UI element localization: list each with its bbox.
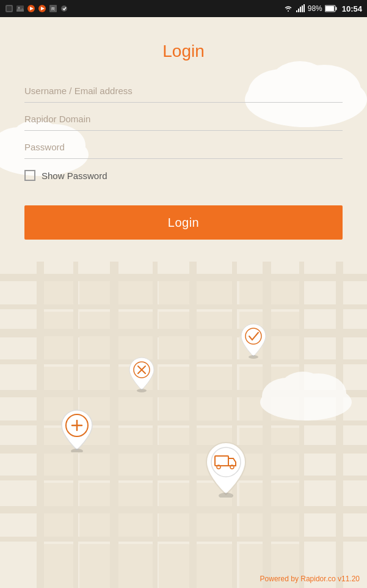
show-password-checkbox[interactable] — [24, 170, 35, 181]
svg-rect-14 — [302, 6, 303, 12]
domain-input[interactable] — [24, 108, 343, 131]
svg-rect-42 — [197, 281, 232, 304]
svg-rect-48 — [159, 312, 189, 329]
svg-rect-95 — [79, 513, 110, 537]
wifi-icon — [283, 4, 293, 13]
status-bar-right: 98% 10:54 — [283, 4, 362, 13]
password-group — [24, 136, 343, 164]
time-display: 10:54 — [342, 4, 362, 13]
login-title: Login — [24, 42, 343, 61]
svg-point-125 — [71, 449, 83, 452]
svg-rect-25 — [0, 445, 367, 454]
show-password-row: Show Password — [24, 170, 343, 181]
svg-rect-101 — [44, 544, 73, 588]
battery-text: 98% — [308, 4, 322, 13]
svg-rect-20 — [0, 304, 367, 309]
login-area: Login Show Password Login — [0, 17, 367, 240]
svg-point-123 — [137, 389, 147, 392]
svg-rect-49 — [197, 312, 232, 329]
svg-rect-31 — [110, 262, 118, 588]
svg-rect-105 — [197, 544, 232, 588]
svg-rect-55 — [159, 336, 189, 359]
svg-rect-102 — [79, 544, 110, 588]
svg-rect-83 — [159, 454, 189, 476]
username-group — [24, 79, 343, 108]
svg-rect-82 — [118, 454, 153, 476]
svg-rect-34 — [232, 262, 237, 588]
svg-rect-89 — [118, 483, 153, 506]
svg-rect-26 — [0, 476, 367, 480]
svg-rect-88 — [79, 483, 110, 506]
password-input[interactable] — [24, 136, 343, 159]
svg-rect-70 — [197, 397, 232, 421]
svg-rect-39 — [79, 281, 110, 304]
pin-x — [126, 356, 157, 393]
svg-rect-79 — [271, 428, 299, 445]
svg-rect-44 — [271, 281, 299, 304]
app-icon-1: R — [49, 4, 57, 13]
svg-rect-11 — [296, 10, 297, 12]
svg-rect-22 — [0, 359, 367, 364]
svg-rect-29 — [37, 262, 44, 588]
svg-point-10 — [61, 6, 67, 12]
svg-rect-63 — [197, 367, 232, 390]
battery-icon — [325, 5, 337, 12]
app-icon-2 — [60, 4, 68, 13]
svg-rect-12 — [298, 9, 299, 12]
svg-rect-96 — [118, 513, 153, 537]
notification-icon — [5, 4, 13, 13]
svg-rect-17 — [335, 7, 336, 10]
svg-point-119 — [280, 372, 326, 406]
play-icon-1 — [27, 4, 35, 13]
svg-rect-47 — [118, 312, 153, 329]
svg-rect-76 — [159, 428, 189, 445]
svg-rect-18 — [325, 6, 334, 11]
svg-rect-32 — [153, 262, 158, 588]
svg-rect-99 — [239, 513, 263, 537]
svg-point-121 — [249, 355, 258, 359]
svg-rect-106 — [239, 544, 263, 588]
play-icon-2 — [38, 4, 46, 13]
footer-text: Powered by Rapidor.co v11.20 — [260, 575, 360, 583]
svg-rect-37 — [336, 262, 343, 588]
svg-rect-56 — [197, 336, 232, 359]
svg-rect-86 — [271, 454, 299, 476]
svg-rect-24 — [0, 421, 367, 425]
pin-checkmark — [238, 323, 269, 359]
cloud-3 — [251, 366, 361, 421]
svg-rect-60 — [79, 367, 110, 390]
svg-rect-98 — [197, 513, 232, 537]
svg-rect-68 — [118, 397, 153, 421]
svg-rect-13 — [300, 7, 301, 12]
svg-rect-46 — [79, 312, 110, 329]
svg-rect-40 — [118, 281, 153, 304]
svg-rect-97 — [159, 513, 189, 537]
svg-rect-45 — [44, 312, 73, 329]
username-input[interactable] — [24, 79, 343, 103]
domain-group — [24, 108, 343, 136]
svg-rect-43 — [239, 281, 263, 304]
svg-rect-104 — [159, 544, 189, 588]
svg-rect-27 — [0, 506, 367, 513]
svg-rect-93 — [271, 483, 299, 506]
svg-point-130 — [219, 493, 233, 498]
pin-plus — [59, 408, 95, 452]
signal-icon — [296, 4, 305, 13]
svg-rect-53 — [79, 336, 110, 359]
svg-rect-75 — [118, 428, 153, 445]
status-bar-icons: R — [5, 4, 68, 13]
svg-rect-58 — [271, 336, 299, 359]
svg-rect-51 — [271, 312, 299, 329]
svg-rect-81 — [79, 454, 110, 476]
svg-rect-33 — [189, 262, 197, 588]
login-button[interactable]: Login — [24, 205, 343, 240]
svg-rect-103 — [118, 544, 153, 588]
svg-rect-90 — [159, 483, 189, 506]
svg-rect-87 — [44, 483, 73, 506]
svg-rect-94 — [44, 513, 73, 537]
svg-rect-62 — [159, 367, 189, 390]
svg-rect-28 — [0, 537, 367, 542]
photo-icon — [16, 4, 24, 13]
show-password-label[interactable]: Show Password — [42, 171, 107, 181]
footer: Powered by Rapidor.co v11.20 — [260, 575, 360, 583]
